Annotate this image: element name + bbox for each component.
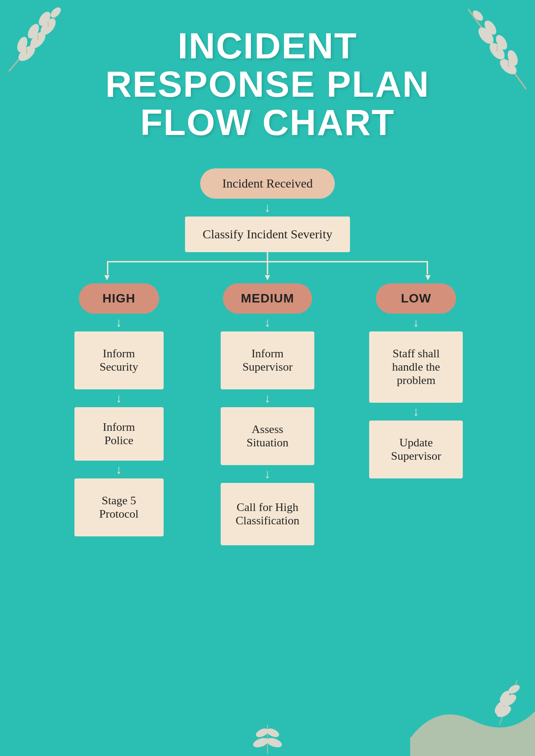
arrow-medium-1: ↓ bbox=[264, 314, 271, 331]
high-label: HIGH bbox=[79, 283, 159, 314]
update-supervisor-node: Update Supervisor bbox=[369, 421, 463, 478]
svg-point-28 bbox=[252, 736, 270, 749]
arrow-high-1: ↓ bbox=[116, 314, 122, 331]
stage5-protocol-node: Stage 5 Protocol bbox=[74, 478, 164, 536]
low-label: LOW bbox=[376, 283, 456, 314]
medium-label: MEDIUM bbox=[223, 283, 312, 314]
incident-received-node: Incident Received bbox=[200, 168, 335, 199]
leaf-bottom-center-icon bbox=[245, 720, 290, 756]
leaf-top-left-icon bbox=[0, 0, 80, 80]
medium-branch: MEDIUM ↓ Inform Supervisor ↓ Assess Situ… bbox=[193, 283, 342, 545]
flowchart: Incident Received ↓ Classify Incident Se… bbox=[31, 168, 504, 545]
low-branch: LOW ↓ Staff shall handle the problem ↓ U… bbox=[342, 283, 490, 478]
page-container: INCIDENT RESPONSE PLAN FLOW CHART Incide… bbox=[0, 0, 535, 756]
arrow-1: ↓ bbox=[264, 199, 271, 217]
svg-point-7 bbox=[49, 5, 62, 19]
h-connector: ▼ ▼ ▼ bbox=[67, 252, 468, 279]
leaf-top-right-icon bbox=[446, 0, 535, 98]
arrow-low-1: ↓ bbox=[413, 314, 419, 331]
decorative-blob bbox=[410, 667, 535, 756]
call-high-classification-node: Call for High Classification bbox=[221, 483, 314, 545]
inform-supervisor-node: Inform Supervisor bbox=[221, 331, 314, 389]
arrow-low-2: ↓ bbox=[413, 403, 419, 421]
page-title: INCIDENT RESPONSE PLAN FLOW CHART bbox=[105, 27, 430, 142]
high-branch: HIGH ↓ Inform Security ↓ Inform Police ↓… bbox=[45, 283, 193, 536]
branch-row: HIGH ↓ Inform Security ↓ Inform Police ↓… bbox=[45, 283, 490, 545]
inform-security-node: Inform Security bbox=[74, 331, 164, 389]
classify-incident-node: Classify Incident Severity bbox=[185, 217, 350, 252]
staff-handle-problem-node: Staff shall handle the problem bbox=[369, 331, 463, 403]
arrow-medium-2: ↓ bbox=[264, 389, 271, 407]
inform-police-node: Inform Police bbox=[74, 407, 164, 461]
title-section: INCIDENT RESPONSE PLAN FLOW CHART bbox=[105, 27, 430, 142]
arrow-medium-3: ↓ bbox=[264, 465, 271, 483]
assess-situation-node: Assess Situation bbox=[221, 407, 314, 465]
arrow-high-2: ↓ bbox=[116, 389, 122, 407]
arrow-high-3: ↓ bbox=[116, 461, 122, 478]
svg-point-29 bbox=[265, 736, 283, 749]
